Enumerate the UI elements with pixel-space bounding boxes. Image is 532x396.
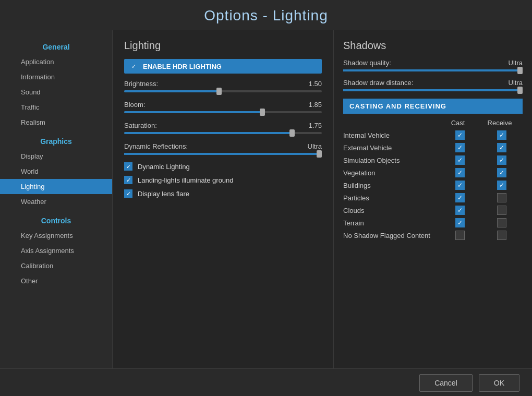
cast-cell-buildings-cast[interactable]: [439, 181, 481, 190]
cast-row-internal-vehicle: Internal Vehicle: [343, 129, 523, 141]
sidebar-item-information[interactable]: Information: [0, 69, 112, 85]
cast-cell-vegetation-receive[interactable]: [481, 168, 523, 177]
cast-cell-clouds-cast[interactable]: [439, 206, 481, 215]
cast-cell-simulation-cast[interactable]: [439, 155, 481, 165]
cast-checkbox-vegetation-receive[interactable]: [497, 168, 506, 177]
shadow-draw-distance-row: Shadow draw distance: Ultra: [343, 79, 523, 91]
brightness-thumb[interactable]: [216, 88, 222, 95]
sidebar-section-graphics: Graphics: [0, 130, 112, 149]
cast-cell-external-vehicle-receive[interactable]: [481, 143, 523, 152]
hdr-label: ENABLE HDR LIGHTING: [143, 63, 222, 70]
main-content: General Application Information Sound Tr…: [0, 30, 532, 368]
cast-checkbox-simulation-receive[interactable]: [497, 155, 506, 165]
shadow-draw-thumb[interactable]: [517, 87, 523, 94]
shadow-quality-track[interactable]: [343, 69, 523, 71]
cast-checkbox-vegetation-cast[interactable]: [455, 168, 465, 177]
lens-flare-checkbox[interactable]: [124, 189, 132, 198]
cast-checkbox-buildings-receive[interactable]: [497, 181, 506, 190]
bloom-track[interactable]: [124, 111, 322, 113]
hdr-row[interactable]: ENABLE HDR LIGHTING: [124, 59, 322, 74]
cast-label-external-vehicle: External Vehicle: [343, 144, 439, 152]
saturation-row: Saturation: 1.75: [124, 122, 322, 134]
sidebar-item-weather[interactable]: Weather: [0, 194, 112, 209]
sidebar-item-sound[interactable]: Sound: [0, 85, 112, 100]
cast-checkbox-simulation-cast[interactable]: [455, 155, 465, 165]
cast-row-external-vehicle: External Vehicle: [343, 141, 523, 154]
sidebar-item-application[interactable]: Application: [0, 54, 112, 69]
sidebar-item-traffic[interactable]: Traffic: [0, 100, 112, 115]
sidebar-item-axis-assignments[interactable]: Axis Assignments: [0, 243, 112, 258]
sidebar-item-key-assignments[interactable]: Key Assignments: [0, 228, 112, 243]
cast-cell-internal-vehicle-cast[interactable]: [439, 130, 481, 140]
bloom-label: Bloom:: [124, 101, 145, 109]
cast-checkbox-internal-vehicle-receive[interactable]: [497, 130, 506, 140]
dynamic-reflections-label: Dynamic Reflections:: [124, 142, 188, 150]
cast-cell-particles-cast[interactable]: [439, 193, 481, 202]
dynamic-lighting-checkbox[interactable]: [124, 162, 132, 171]
cast-checkbox-no-shadow-cast[interactable]: [455, 231, 465, 240]
cast-cell-no-shadow-cast[interactable]: [439, 231, 481, 240]
shadows-panel: Shadows Shadow quality: Ultra Shadow dra…: [334, 30, 532, 368]
cast-cell-particles-receive[interactable]: [481, 193, 523, 202]
cast-cell-clouds-receive[interactable]: [481, 206, 523, 215]
cast-checkbox-clouds-receive[interactable]: [497, 206, 506, 215]
cast-checkbox-internal-vehicle-cast[interactable]: [455, 130, 465, 140]
saturation-track[interactable]: [124, 132, 322, 134]
saturation-label: Saturation:: [124, 122, 157, 129]
cast-checkbox-particles-cast[interactable]: [455, 193, 465, 202]
sidebar-item-realism[interactable]: Realism: [0, 115, 112, 130]
lighting-panel: Lighting ENABLE HDR LIGHTING Brightness:…: [112, 30, 334, 368]
cast-row-particles: Particles: [343, 191, 523, 204]
sidebar-item-display[interactable]: Display: [0, 149, 112, 164]
lens-flare-row[interactable]: Display lens flare: [124, 189, 322, 198]
sidebar-item-calibration[interactable]: Calibration: [0, 258, 112, 273]
bloom-fill: [124, 111, 262, 113]
reflections-fill: [124, 153, 318, 155]
shadow-quality-row: Shadow quality: Ultra: [343, 59, 523, 71]
landing-lights-checkbox[interactable]: [124, 176, 132, 184]
footer: Cancel OK: [0, 368, 532, 396]
page-title: Options - Lighting: [204, 7, 328, 23]
cast-cell-terrain-cast[interactable]: [439, 218, 481, 227]
reflections-track[interactable]: [124, 153, 322, 155]
cast-cell-external-vehicle-cast[interactable]: [439, 143, 481, 152]
cancel-button[interactable]: Cancel: [419, 374, 473, 392]
cast-cell-simulation-receive[interactable]: [481, 155, 523, 165]
shadow-quality-value: Ultra: [509, 59, 523, 67]
reflections-thumb[interactable]: [317, 150, 322, 158]
hdr-checkbox[interactable]: [129, 62, 138, 70]
brightness-fill: [124, 90, 219, 92]
cast-checkbox-terrain-receive[interactable]: [497, 218, 506, 227]
cast-checkbox-external-vehicle-receive[interactable]: [497, 143, 506, 152]
landing-lights-label: Landing-lights illuminate ground: [138, 176, 234, 184]
brightness-label: Brightness:: [124, 80, 158, 88]
cast-checkbox-terrain-cast[interactable]: [455, 218, 465, 227]
brightness-track[interactable]: [124, 90, 322, 92]
cast-checkbox-clouds-cast[interactable]: [455, 206, 465, 215]
sidebar-item-lighting[interactable]: Lighting: [0, 179, 112, 194]
cast-checkbox-buildings-cast[interactable]: [455, 181, 465, 190]
cast-cell-internal-vehicle-receive[interactable]: [481, 130, 523, 140]
cast-checkbox-particles-receive[interactable]: [497, 193, 506, 202]
sidebar-item-other[interactable]: Other: [0, 273, 112, 289]
cast-row-simulation-objects: Simulation Objects: [343, 154, 523, 166]
saturation-thumb[interactable]: [289, 129, 295, 137]
landing-lights-row[interactable]: Landing-lights illuminate ground: [124, 176, 322, 184]
cast-checkbox-no-shadow-receive[interactable]: [497, 231, 506, 240]
cast-checkbox-external-vehicle-cast[interactable]: [455, 143, 465, 152]
sidebar-item-world[interactable]: World: [0, 164, 112, 179]
dynamic-lighting-row[interactable]: Dynamic Lighting: [124, 162, 322, 171]
cast-cell-vegetation-cast[interactable]: [439, 168, 481, 177]
cast-col-cast: Cast: [437, 119, 479, 127]
cast-cell-buildings-receive[interactable]: [481, 181, 523, 190]
cast-row-clouds: Clouds: [343, 204, 523, 217]
cast-cell-no-shadow-receive[interactable]: [481, 231, 523, 240]
cast-label-vegetation: Vegetation: [343, 169, 439, 177]
shadows-title: Shadows: [343, 40, 523, 52]
cast-cell-terrain-receive[interactable]: [481, 218, 523, 227]
shadow-draw-track[interactable]: [343, 89, 523, 91]
dynamic-lighting-label: Dynamic Lighting: [138, 163, 190, 171]
bloom-thumb[interactable]: [260, 109, 265, 116]
shadow-quality-thumb[interactable]: [517, 67, 523, 74]
ok-button[interactable]: OK: [479, 374, 519, 392]
